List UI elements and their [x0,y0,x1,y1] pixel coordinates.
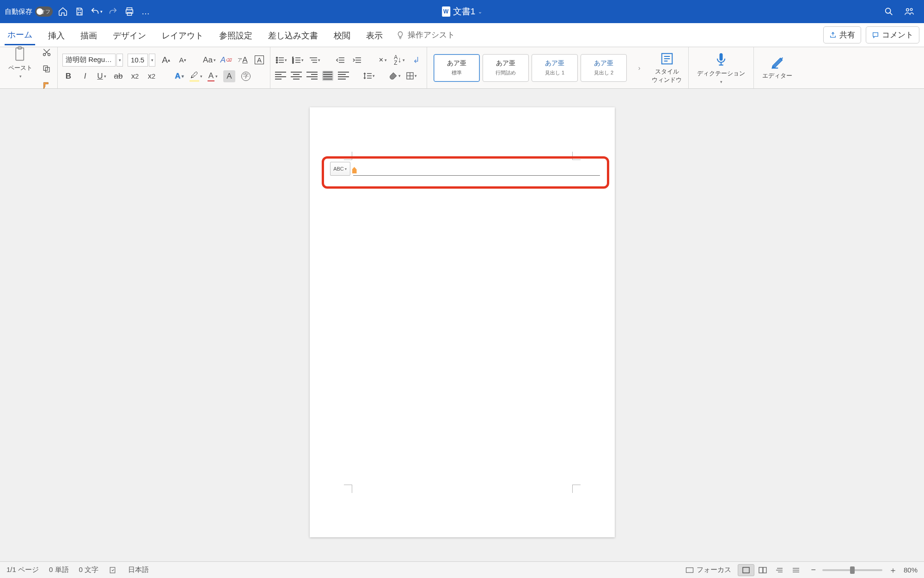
char-shading-icon[interactable]: A [223,70,235,82]
mic-icon [715,52,728,68]
copy-icon[interactable] [41,63,53,75]
editor-button[interactable]: エディター [759,54,796,82]
decrease-indent-icon[interactable] [334,54,346,66]
dictation-button[interactable]: ディクテーション ▾ [693,50,749,86]
status-page[interactable]: 1/1 ページ [6,566,39,574]
page[interactable]: ABC [310,107,615,537]
view-mode-buttons [738,564,804,576]
style-heading2[interactable]: あア亜見出し 2 [581,54,627,82]
autosave-toggle[interactable]: 自動保存 オフ [5,6,53,17]
more-icon[interactable]: … [140,5,153,18]
align-center-icon[interactable] [291,71,302,81]
svg-rect-44 [759,567,763,573]
subscript-button[interactable]: x2 [129,70,141,82]
svg-point-5 [910,8,912,11]
style-no-spacing[interactable]: あア亜行間詰め [483,54,529,82]
tell-me[interactable]: 操作アシスト [396,30,455,40]
highlight-icon[interactable]: 🖊 [190,70,202,82]
status-words[interactable]: 0 単語 [49,566,69,574]
cut-icon[interactable] [41,46,53,58]
document-title[interactable]: 文書1 ⌄ [442,6,483,18]
numbering-icon[interactable]: 123 [292,54,304,66]
tab-insert[interactable]: 挿入 [45,25,67,45]
print-icon[interactable] [123,5,136,18]
undo-icon[interactable]: ▾ [90,5,103,18]
share-people-icon[interactable] [903,5,916,18]
char-border-icon[interactable]: A [253,54,265,66]
save-icon[interactable] [73,5,86,18]
tab-design[interactable]: デザイン [110,25,149,45]
lightbulb-icon [396,31,405,40]
view-draft-icon[interactable] [788,564,804,576]
tab-home[interactable]: ホーム [5,25,35,45]
document-canvas[interactable]: ABC [0,89,924,561]
redo-icon[interactable] [106,5,119,18]
tab-mailings[interactable]: 差し込み文書 [265,25,321,45]
font-size-dropdown-icon[interactable]: ▾ [149,54,155,67]
sort-icon[interactable]: AZ↓ [393,54,405,66]
font-size-select[interactable]: 10.5 [128,54,148,67]
align-left-icon[interactable] [275,71,286,81]
asian-layout-icon[interactable]: ✕ [377,54,389,66]
comment-icon [872,31,879,39]
shading-icon[interactable] [389,70,401,82]
tab-draw[interactable]: 描画 [78,25,100,45]
style-heading1[interactable]: あア亜見出し 1 [532,54,578,82]
align-justify-icon[interactable] [322,71,333,81]
underline-button[interactable]: U [96,70,108,82]
style-pane-icon [660,52,674,66]
zoom-out-button[interactable]: − [811,565,816,575]
show-marks-icon[interactable]: ↲ [410,54,422,66]
increase-indent-icon[interactable] [351,54,363,66]
search-icon[interactable] [882,5,895,18]
tab-layout[interactable]: レイアウト [159,25,206,45]
view-web-icon[interactable] [754,564,771,576]
font-name-select[interactable]: 游明朝 Regu… [62,54,116,67]
style-pane-button[interactable]: スタイル ウィンドウ [648,50,685,86]
bullets-icon[interactable] [275,54,287,66]
zoom-slider[interactable] [822,569,882,571]
multilevel-list-icon[interactable] [308,54,320,66]
shrink-font-icon[interactable]: A▾ [177,54,189,66]
spellcheck-icon[interactable] [109,566,118,574]
line-spacing-icon[interactable] [363,70,375,82]
enclose-char-icon[interactable]: 字 [240,70,252,82]
tab-view[interactable]: 表示 [363,25,386,45]
text-effects-icon[interactable]: A [173,70,185,82]
status-chars[interactable]: 0 文字 [79,566,99,574]
focus-mode-button[interactable]: フォーカス [685,566,731,574]
italic-button[interactable]: I [79,70,91,82]
clear-format-icon[interactable]: A⌫ [220,54,232,66]
paste-button[interactable]: ペースト ▾ [5,44,36,80]
tab-references[interactable]: 参照設定 [216,25,255,45]
share-button[interactable]: 共有 [823,26,861,43]
phonetic-guide-icon[interactable]: アA [237,54,249,66]
view-print-icon[interactable] [738,564,754,576]
style-normal[interactable]: あア亜標準 [434,54,480,82]
font-color-icon[interactable]: A [207,70,219,82]
view-outline-icon[interactable] [771,564,788,576]
share-icon [829,31,837,39]
annotation-highlight [322,156,609,189]
distributed-icon[interactable] [338,71,349,81]
styles-more-icon[interactable]: › [633,62,645,74]
home-icon[interactable] [56,5,69,18]
comment-button[interactable]: コメント [866,26,919,43]
zoom-level[interactable]: 80% [904,566,918,574]
title-bar: 自動保存 オフ ▾ … 文書1 ⌄ [0,0,924,23]
align-right-icon[interactable] [306,71,318,81]
font-name-dropdown-icon[interactable]: ▾ [116,54,123,67]
tab-review[interactable]: 校閲 [331,25,353,45]
bold-button[interactable]: B [62,70,74,82]
chevron-down-icon[interactable]: ⌄ [478,9,482,15]
svg-point-3 [886,8,891,13]
group-font: 游明朝 Regu…▾ 10.5▾ A▴ A▾ Aa A⌫ アA A B I U … [58,47,270,88]
status-language[interactable]: 日本語 [128,566,149,574]
strikethrough-button[interactable]: ab [112,70,124,82]
zoom-in-button[interactable]: ＋ [889,565,897,576]
superscript-button[interactable]: x2 [146,70,158,82]
borders-icon[interactable] [405,70,417,82]
grow-font-icon[interactable]: A▴ [160,54,172,66]
change-case-icon[interactable]: Aa [203,54,215,66]
paste-options-tag[interactable]: ABC [330,162,350,176]
